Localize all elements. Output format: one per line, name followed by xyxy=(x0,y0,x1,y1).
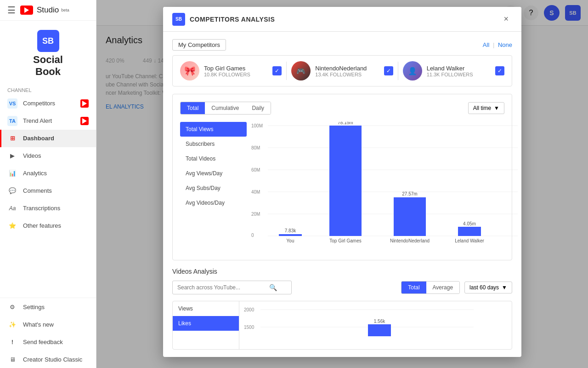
svg-text:NintendoNederland: NintendoNederland xyxy=(390,238,430,243)
sidebar-item-label: Analytics xyxy=(23,170,47,177)
none-link[interactable]: None xyxy=(498,41,512,48)
view-tabs: Total Average xyxy=(401,281,460,294)
competitor-avatar-lw: 👤 xyxy=(403,61,422,80)
svg-text:60M: 60M xyxy=(251,167,260,172)
competitor-divider-1 xyxy=(286,62,287,80)
competitors-header: My Competitors All | None xyxy=(172,39,512,51)
competitor-info-nn: NintendoNederland 13.4K FOLLOWERS xyxy=(315,65,375,77)
metric-total-views[interactable]: Total Views xyxy=(180,122,247,137)
competitor-followers-tgg: 10.8K FOLLOWERS xyxy=(204,72,264,77)
main-bar-chart-svg: 100M 80M 60M 40M 20M 0 xyxy=(251,122,518,251)
hamburger-icon[interactable]: ☰ xyxy=(7,5,16,16)
videos-bar-chart-svg: 2000 1500 1.56k xyxy=(244,306,474,343)
svg-text:7.83k: 7.83k xyxy=(285,228,296,233)
logo-section: SB SocialBook xyxy=(0,21,96,83)
competitor-name-lw: Leland Walker xyxy=(427,65,487,72)
chart-container: Total Views Subscribers Total Videos Avg… xyxy=(180,122,504,253)
metric-avg-videos-day[interactable]: Avg Videos/Day xyxy=(180,196,247,210)
whats-new-icon: ✨ xyxy=(7,319,17,329)
bar-tgg xyxy=(329,126,362,236)
videos-analysis: Videos Analysis 🔍 Total Average last 60 … xyxy=(172,268,512,350)
competitor-item-lw: 👤 Leland Walker 11.3K FOLLOWERS xyxy=(403,61,504,80)
competitor-followers-nn: 13.4K FOLLOWERS xyxy=(315,72,375,77)
settings-icon: ⚙ xyxy=(7,302,17,312)
all-link[interactable]: All xyxy=(483,41,489,48)
svg-text:80M: 80M xyxy=(251,145,260,150)
sb-logo-icon: SB xyxy=(37,30,59,52)
video-bar-nn xyxy=(368,324,391,336)
sidebar-item-other-features[interactable]: ⭐ Other features xyxy=(0,217,96,235)
videos-controls: 🔍 Total Average last 60 days ▼ xyxy=(172,281,512,294)
sidebar-item-creator-studio[interactable]: 🖥 Creator Studio Classic xyxy=(0,351,96,368)
sidebar-item-competitors[interactable]: VS Competitors xyxy=(0,95,96,112)
tab-total[interactable]: Total xyxy=(181,102,205,114)
sidebar-item-whats-new[interactable]: ✨ What's new xyxy=(0,316,96,333)
svg-text:40M: 40M xyxy=(251,190,260,195)
bar-nn xyxy=(394,197,426,236)
metric-avg-views-day[interactable]: Avg Views/Day xyxy=(180,166,247,181)
videos-bar-area: 2000 1500 1.56k xyxy=(239,301,512,349)
modal-overlay: SB COMPETITORS ANALYSIS × My Competitors… xyxy=(96,0,588,368)
svg-text:Leland Walker: Leland Walker xyxy=(455,238,484,243)
sidebar-item-label: Videos xyxy=(23,152,41,159)
sidebar-item-label: Send feedback xyxy=(23,339,63,345)
sidebar-item-send-feedback[interactable]: ! Send feedback xyxy=(0,333,96,351)
search-input[interactable] xyxy=(177,284,269,291)
metric-total-videos[interactable]: Total Videos xyxy=(180,151,247,166)
videos-metrics: Views Likes 2000 1500 xyxy=(173,301,512,349)
competitor-avatar-tgg: 🎀 xyxy=(180,61,199,80)
competitor-check-lw[interactable] xyxy=(495,66,504,75)
competitor-divider-2 xyxy=(398,62,398,80)
sidebar-item-label: Transcriptions xyxy=(23,205,60,212)
svg-text:You: You xyxy=(287,238,294,243)
svg-text:100M: 100M xyxy=(251,123,263,128)
videos-chart-section: Views Likes 2000 1500 xyxy=(172,301,512,350)
sidebar-item-trend-alert[interactable]: TA Trend Alert xyxy=(0,112,96,130)
competitor-check-nn[interactable] xyxy=(384,66,393,75)
tab-cumulative[interactable]: Cumulative xyxy=(205,102,245,114)
search-box: 🔍 xyxy=(172,281,292,294)
metric-subscribers[interactable]: Subscribers xyxy=(180,137,247,151)
competitors-icon: VS xyxy=(7,98,17,109)
sidebar-item-transcriptions[interactable]: Aa Transcriptions xyxy=(0,200,96,217)
competitor-check-tgg[interactable] xyxy=(272,66,282,75)
tab-daily[interactable]: Daily xyxy=(245,102,271,114)
view-tab-total[interactable]: Total xyxy=(401,282,426,293)
chart-metrics: Total Views Subscribers Total Videos Avg… xyxy=(180,122,247,253)
competitor-name-tgg: Top Girl Games xyxy=(204,65,264,72)
my-competitors-label: My Competitors xyxy=(172,39,226,51)
competitor-item-nn: 🎮 NintendoNederland 13.4K FOLLOWERS xyxy=(291,61,393,80)
sidebar-item-dashboard[interactable]: ⊞ Dashboard xyxy=(0,130,96,147)
svg-text:0: 0 xyxy=(251,233,254,238)
view-tab-average[interactable]: Average xyxy=(426,282,459,293)
bar-chart-area: 100M 80M 60M 40M 20M 0 xyxy=(247,122,521,253)
channel-label: Channel xyxy=(0,83,96,95)
svg-text:2000: 2000 xyxy=(244,307,254,312)
time-filter-select[interactable]: All time ▼ xyxy=(468,102,504,114)
metric-avg-subs-day[interactable]: Avg Subs/Day xyxy=(180,181,247,196)
video-metric-likes[interactable]: Likes xyxy=(173,316,239,331)
competitor-followers-lw: 11.3K FOLLOWERS xyxy=(427,72,487,77)
svg-text:1.56k: 1.56k xyxy=(374,319,385,324)
sidebar-item-videos[interactable]: ▶ Videos xyxy=(0,147,96,165)
bar-you xyxy=(279,234,302,236)
trend-badge xyxy=(80,117,89,125)
sidebar-item-settings[interactable]: ⚙ Settings xyxy=(0,298,96,316)
sidebar-item-label: Dashboard xyxy=(23,135,54,142)
days-filter-chevron: ▼ xyxy=(502,284,507,291)
days-filter-select[interactable]: last 60 days ▼ xyxy=(464,282,512,293)
sidebar-item-label: Competitors xyxy=(23,100,55,107)
video-metric-views[interactable]: Views xyxy=(173,301,239,316)
sidebar-item-label: Creator Studio Classic xyxy=(23,356,82,363)
analytics-icon: 📊 xyxy=(7,168,17,178)
creator-studio-icon: 🖥 xyxy=(7,354,17,364)
sidebar-item-analytics[interactable]: 📊 Analytics xyxy=(0,165,96,182)
sidebar-item-comments[interactable]: 💬 Comments xyxy=(0,182,96,200)
separator: | xyxy=(493,41,496,48)
transcriptions-icon: Aa xyxy=(7,203,17,213)
svg-text:Top Girl Games: Top Girl Games xyxy=(329,238,361,243)
modal-close-button[interactable]: × xyxy=(500,12,512,26)
comments-icon: 💬 xyxy=(7,186,17,196)
sidebar: ☰ Studiobeta SB SocialBook Channel VS Co… xyxy=(0,0,96,368)
sidebar-item-label: Settings xyxy=(23,304,45,310)
